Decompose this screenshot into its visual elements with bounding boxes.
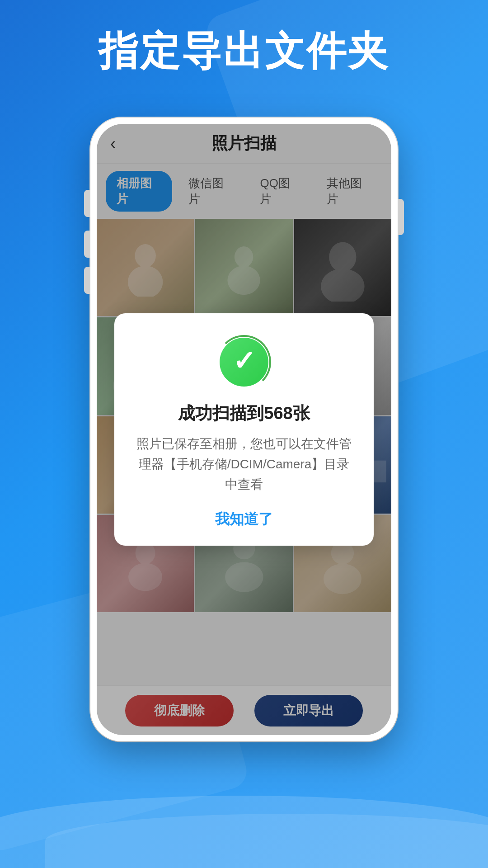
dialog-overlay: ✓ 成功扫描到568张 照片已保存至相册，您也可以在文件管理器【手机存储/DCI… <box>97 124 391 735</box>
page-title: 指定导出文件夹 <box>0 27 488 75</box>
success-circle: ✓ <box>220 338 268 387</box>
success-icon-wrapper: ✓ <box>217 335 271 389</box>
success-dialog: ✓ 成功扫描到568张 照片已保存至相册，您也可以在文件管理器【手机存储/DCI… <box>114 313 374 545</box>
dialog-confirm-button[interactable]: 我知道了 <box>215 509 273 529</box>
dialog-description: 照片已保存至相册，您也可以在文件管理器【手机存储/DCIM/Camera】目录中… <box>132 434 356 495</box>
dialog-title: 成功扫描到568张 <box>178 402 310 425</box>
phone-mockup: ‹ 照片扫描 相册图片 微信图片 QQ图片 其他图片 <box>90 118 398 741</box>
phone-frame: ‹ 照片扫描 相册图片 微信图片 QQ图片 其他图片 <box>90 118 398 741</box>
checkmark-icon: ✓ <box>233 348 255 375</box>
phone-screen: ‹ 照片扫描 相册图片 微信图片 QQ图片 其他图片 <box>97 124 391 735</box>
bottom-wave-decoration <box>0 778 488 868</box>
